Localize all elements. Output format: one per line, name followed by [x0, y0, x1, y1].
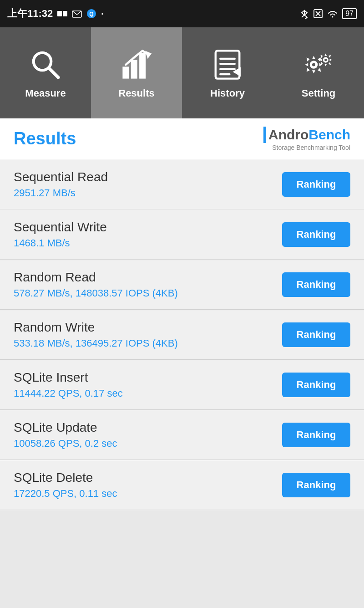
battery-level: 97 — [342, 8, 357, 19]
svg-point-22 — [312, 63, 315, 66]
results-list: Sequential Read2951.27 MB/sRankingSequen… — [0, 159, 364, 510]
svg-rect-11 — [131, 60, 137, 79]
tab-results[interactable]: Results — [91, 27, 182, 118]
result-name: Sequential Write — [14, 220, 107, 235]
result-name: Random Write — [14, 320, 178, 335]
tab-results-label: Results — [118, 87, 154, 99]
result-value: 17220.5 QPS, 0.11 sec — [14, 488, 117, 500]
svg-rect-1 — [63, 11, 67, 16]
setting-icon — [300, 46, 337, 83]
svg-rect-10 — [122, 66, 129, 78]
status-time-area: 上午11:32 Q · — [7, 7, 104, 20]
ranking-button[interactable]: Ranking — [282, 373, 350, 397]
result-name: SQLite Delete — [14, 470, 117, 485]
status-dot: · — [101, 9, 104, 19]
page-title: Results — [14, 129, 76, 148]
results-icon — [118, 46, 155, 83]
result-info: Random Read578.27 MB/s, 148038.57 IOPS (… — [14, 270, 178, 299]
square-x-icon — [313, 9, 323, 19]
tab-history-label: History — [210, 87, 245, 99]
bluetooth-icon — [299, 9, 309, 19]
status-icons-area: 97 — [299, 8, 357, 19]
result-name: Sequential Read — [14, 170, 108, 184]
result-row: Sequential Write1468.1 MB/sRanking — [0, 209, 364, 260]
tab-measure-label: Measure — [25, 87, 66, 99]
brand-name: AndroBench — [263, 127, 350, 143]
result-value: 11444.22 QPS, 0.17 sec — [14, 388, 123, 399]
wifi-icon — [327, 9, 339, 19]
svg-marker-13 — [145, 51, 152, 59]
result-value: 10058.26 QPS, 0.2 sec — [14, 438, 117, 450]
result-row: Random Read578.27 MB/s, 148038.57 IOPS (… — [0, 260, 364, 310]
brand-logo: AndroBench Storage Benchmarking Tool — [263, 127, 350, 151]
svg-rect-12 — [139, 53, 146, 79]
brand-bar — [263, 127, 266, 143]
result-info: Random Write533.18 MB/s, 136495.27 IOPS … — [14, 320, 178, 349]
result-row: SQLite Insert11444.22 QPS, 0.17 secRanki… — [0, 360, 364, 410]
sim-icon — [57, 10, 67, 17]
ranking-button[interactable]: Ranking — [282, 423, 350, 447]
mail-icon — [72, 10, 82, 18]
result-name: SQLite Update — [14, 420, 117, 435]
result-name: SQLite Insert — [14, 370, 123, 385]
status-time: 上午11:32 — [7, 7, 53, 20]
brand-bench: Bench — [308, 127, 350, 143]
svg-text:Q: Q — [90, 11, 94, 17]
result-info: SQLite Delete17220.5 QPS, 0.11 sec — [14, 470, 117, 500]
result-info: SQLite Insert11444.22 QPS, 0.17 sec — [14, 370, 123, 399]
svg-point-24 — [324, 59, 327, 61]
result-row: SQLite Update10058.26 QPS, 0.2 secRankin… — [0, 410, 364, 460]
history-icon — [209, 46, 246, 83]
measure-icon — [27, 46, 64, 83]
result-value: 533.18 MB/s, 136495.27 IOPS (4KB) — [14, 337, 178, 349]
ranking-button[interactable]: Ranking — [282, 322, 350, 347]
result-value: 1468.1 MB/s — [14, 237, 107, 249]
result-row: Random Write533.18 MB/s, 136495.27 IOPS … — [0, 310, 364, 360]
tab-setting-label: Setting — [302, 87, 336, 99]
ranking-button[interactable]: Ranking — [282, 473, 350, 497]
svg-rect-0 — [57, 11, 62, 16]
result-info: Sequential Write1468.1 MB/s — [14, 220, 107, 249]
tab-setting[interactable]: Setting — [273, 27, 364, 118]
brand-andro: Andro — [268, 127, 308, 143]
svg-line-9 — [49, 68, 58, 77]
nav-tabs: Measure Results — [0, 27, 364, 118]
result-row: SQLite Delete17220.5 QPS, 0.11 secRankin… — [0, 460, 364, 510]
result-row: Sequential Read2951.27 MB/sRanking — [0, 159, 364, 209]
result-value: 2951.27 MB/s — [14, 187, 108, 199]
status-bar: 上午11:32 Q · 97 — [0, 0, 364, 27]
results-header: Results AndroBench Storage Benchmarking … — [0, 118, 364, 159]
result-value: 578.27 MB/s, 148038.57 IOPS (4KB) — [14, 287, 178, 299]
brand-subtitle: Storage Benchmarking Tool — [272, 144, 350, 151]
tab-history[interactable]: History — [182, 27, 273, 118]
app-icon: Q — [86, 9, 96, 19]
tab-measure[interactable]: Measure — [0, 27, 91, 118]
result-info: SQLite Update10058.26 QPS, 0.2 sec — [14, 420, 117, 450]
ranking-button[interactable]: Ranking — [282, 172, 350, 197]
result-info: Sequential Read2951.27 MB/s — [14, 170, 108, 199]
ranking-button[interactable]: Ranking — [282, 272, 350, 297]
ranking-button[interactable]: Ranking — [282, 222, 350, 247]
result-name: Random Read — [14, 270, 178, 285]
